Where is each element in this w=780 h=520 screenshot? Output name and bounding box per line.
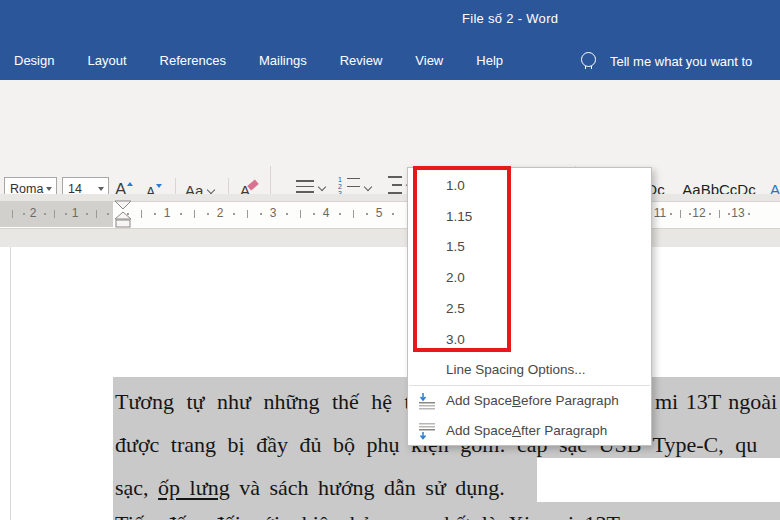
menu-item-label: Line Spacing Options... — [446, 362, 586, 377]
word-window: File số 2 - Word DesignLayoutReferencesM… — [0, 0, 780, 520]
ruler-tick — [96, 210, 97, 218]
ruler-tick — [194, 210, 195, 218]
add-space-before-icon — [417, 392, 437, 410]
ruler-number: 2 — [217, 206, 224, 220]
add-space-after-icon — [417, 422, 437, 440]
ruler-tick — [709, 213, 711, 215]
line-spacing-options-item[interactable]: Line Spacing Options... — [408, 355, 651, 385]
add-space-before-item[interactable]: Add Space Before Paragraph — [408, 386, 651, 416]
ruler-tick — [54, 210, 55, 218]
dropdown-arrow-icon[interactable] — [46, 187, 52, 191]
ruler-tick — [260, 213, 262, 215]
ruler-tick — [233, 213, 235, 215]
ruler-number: 13 — [731, 206, 744, 220]
ruler-number: 3 — [270, 206, 277, 220]
bullet-list-icon — [296, 180, 314, 193]
tab-design[interactable]: Design — [14, 53, 54, 68]
ruler-tick — [313, 213, 315, 215]
indent-markers-icon[interactable] — [110, 199, 136, 231]
ruler-number: 1 — [72, 206, 79, 220]
title-bar: File số 2 - Word — [0, 0, 780, 40]
clipped-text-line[interactable]: Tiếp đến, đối với phiên bản cao nhất là … — [115, 509, 775, 520]
chevron-down-icon[interactable] — [364, 182, 372, 190]
ruler-tick — [392, 213, 394, 215]
multilevel-list-icon — [384, 176, 402, 194]
tab-layout[interactable]: Layout — [87, 53, 126, 68]
text-segment: sạc, — [115, 475, 158, 500]
ruler-tick — [207, 213, 209, 215]
chevron-down-icon[interactable] — [207, 186, 215, 194]
tab-review[interactable]: Review — [340, 53, 383, 68]
ruler-tick — [339, 213, 341, 215]
document-text-line: Tiếp đến, đối với phiên bản cao nhất là … — [115, 509, 775, 520]
ruler-number: 1 — [164, 206, 171, 220]
chevron-down-icon[interactable] — [318, 182, 326, 190]
text-segment: và sách hướng dẫn sử dụng. — [230, 475, 505, 500]
ruler-number: 11 — [654, 206, 666, 220]
window-title: File số 2 - Word — [462, 11, 558, 26]
ruler-tick — [748, 213, 750, 215]
ruler-tick — [86, 213, 88, 215]
ruler-tick — [154, 213, 156, 215]
ribbon: Roma 14 A A Aa A abe X 2 X — [0, 80, 780, 195]
tab-view[interactable]: View — [415, 53, 443, 68]
tab-help[interactable]: Help — [476, 53, 503, 68]
vertical-ruler-edge — [10, 247, 11, 520]
ruler-tick — [670, 213, 672, 215]
ruler-tick — [719, 210, 720, 218]
ruler-tick — [728, 213, 730, 215]
document-text-line[interactable]: mi 13T ngoài — [655, 387, 777, 417]
ruler-tick — [44, 213, 46, 215]
menu-item-label: Add Space — [446, 393, 512, 408]
grow-arrow-icon — [127, 182, 133, 186]
dropdown-arrow-icon[interactable] — [98, 187, 104, 191]
tell-me-input[interactable]: Tell me what you want to — [610, 54, 752, 69]
bullets-button[interactable] — [296, 180, 325, 193]
ruler-tick — [107, 213, 109, 215]
ruler-tick — [353, 210, 354, 218]
numbered-list-lines — [347, 178, 360, 196]
ruler-number: 4 — [323, 206, 330, 220]
add-space-after-item[interactable]: Add Space After Paragraph — [408, 416, 651, 446]
ruler-tick — [689, 213, 691, 215]
ruler-tick — [286, 213, 288, 215]
ruler-tick — [180, 213, 182, 215]
tab-mailings[interactable]: Mailings — [259, 53, 307, 68]
tab-references[interactable]: References — [160, 53, 226, 68]
ruler-tick — [680, 210, 681, 218]
ruler-tick — [366, 213, 368, 215]
underlined-text: ốp lưng — [158, 475, 230, 500]
tell-me-lightbulb-icon — [581, 52, 596, 67]
ruler-number: 12 — [692, 206, 705, 220]
ruler-tick — [300, 210, 301, 218]
ruler-tick — [65, 213, 67, 215]
ruler-tick — [141, 210, 142, 218]
ruler-number: 2 — [30, 206, 37, 220]
document-text-line[interactable]: sạc, ốp lưng và sách hướng dẫn sử dụng. — [115, 473, 505, 503]
shrink-arrow-icon — [156, 184, 162, 188]
document-text-line[interactable]: Tương tự như những thế hệ t — [115, 387, 411, 417]
menu-item-label: Add Space — [446, 423, 512, 438]
ruler-tick — [23, 213, 25, 215]
ruler-tick — [12, 210, 13, 218]
ruler-number: 5 — [376, 206, 383, 220]
annotation-red-box — [413, 166, 511, 352]
ruler-tick — [247, 210, 248, 218]
